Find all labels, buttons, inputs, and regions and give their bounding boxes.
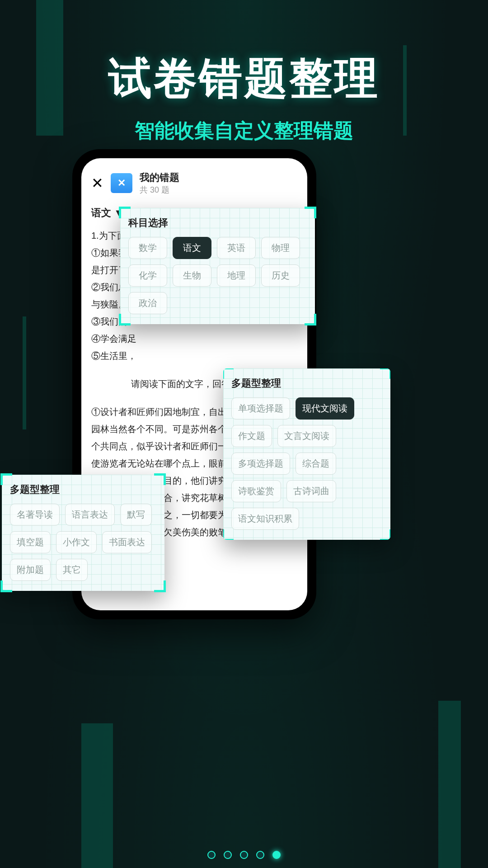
chip-名著导读[interactable]: 名著导读 [10,504,60,526]
close-icon[interactable]: ✕ [91,176,103,190]
page-dot[interactable] [224,851,232,859]
hero-title: 试卷错题整理 [0,50,488,108]
page-dot[interactable] [272,851,281,859]
types-popup-right: 多题型整理 单项选择题现代文阅读作文题文言文阅读多项选择题综合题诗歌鉴赏古诗词曲… [223,368,390,540]
types-left-title: 多题型整理 [10,483,156,496]
chip-物理[interactable]: 物理 [261,237,300,259]
hero-subtitle: 智能收集自定义整理错题 [0,118,488,144]
screen-header: ✕ ✕ 我的错题 共 30 题 [91,171,297,195]
chip-综合题[interactable]: 综合题 [296,453,336,475]
chip-现代文阅读[interactable]: 现代文阅读 [296,397,354,420]
chip-语文[interactable]: 语文 [173,237,211,259]
chip-文言文阅读[interactable]: 文言文阅读 [277,425,336,447]
subject-popup-title: 科目选择 [128,216,307,230]
chip-语言表达[interactable]: 语言表达 [65,504,115,526]
chip-填空题[interactable]: 填空题 [10,531,51,553]
chip-英语[interactable]: 英语 [217,237,256,259]
types-right-title: 多题型整理 [231,377,382,390]
question-line: ④学会满足 [91,330,297,347]
chip-默写[interactable]: 默写 [120,504,152,526]
subject-popup: 科目选择 数学语文英语物理化学生物地理历史政治 [120,208,315,324]
page-dot[interactable] [207,851,216,859]
chip-多项选择题[interactable]: 多项选择题 [231,453,290,475]
chip-小作文[interactable]: 小作文 [56,531,97,553]
page-dot[interactable] [240,851,248,859]
folder-icon: ✕ [111,173,132,193]
chip-生物[interactable]: 生物 [173,264,211,287]
chip-数学[interactable]: 数学 [128,237,167,259]
chip-其它[interactable]: 其它 [56,559,88,581]
chip-单项选择题[interactable]: 单项选择题 [231,397,290,420]
question-line: ⑤生活里， [91,347,297,364]
chip-化学[interactable]: 化学 [128,264,167,287]
hero: 试卷错题整理 智能收集自定义整理错题 [0,0,488,144]
chip-古诗词曲[interactable]: 古诗词曲 [286,480,336,502]
subject-label: 语文 [91,206,111,220]
chip-附加题[interactable]: 附加题 [10,559,51,581]
types-popup-left: 多题型整理 名著导读语言表达默写填空题小作文书面表达附加题其它 [2,475,164,591]
chip-历史[interactable]: 历史 [261,264,300,287]
chip-作文题[interactable]: 作文题 [231,425,272,447]
chip-政治[interactable]: 政治 [128,292,167,314]
chip-语文知识积累[interactable]: 语文知识积累 [231,508,299,530]
folder-title: 我的错题 [140,171,179,184]
page-dot[interactable] [256,851,264,859]
page-indicator [207,851,281,859]
chip-地理[interactable]: 地理 [217,264,256,287]
chip-书面表达[interactable]: 书面表达 [102,531,152,553]
folder-count: 共 30 题 [140,184,179,195]
chip-诗歌鉴赏[interactable]: 诗歌鉴赏 [231,480,281,502]
